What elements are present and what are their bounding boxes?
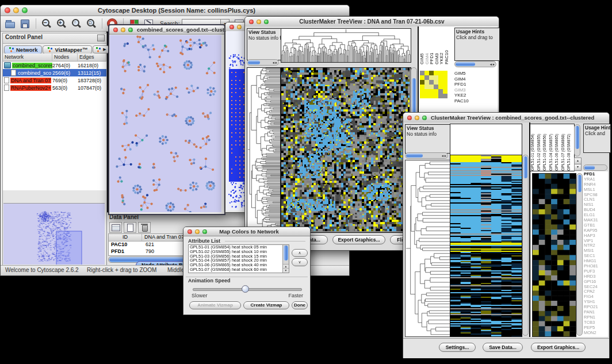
zoom-button[interactable] <box>264 20 269 24</box>
list-vscrollbar[interactable]: ▴ ▾ <box>282 245 289 273</box>
gene-label[interactable]: GIM5 <box>454 71 495 76</box>
attribute-items: GPL51-01 (GSM854) heat shock 05 minGPL51… <box>189 245 289 272</box>
strip-vscrollbar[interactable] <box>522 155 529 336</box>
minimize-button[interactable] <box>257 20 261 24</box>
col-id[interactable]: ID <box>109 234 142 241</box>
column-label[interactable]: PAC10 <box>445 28 450 64</box>
zoom-in-icon[interactable]: + <box>55 18 68 29</box>
control-panel-tab[interactable]: Network <box>4 45 42 54</box>
row-dendrogram[interactable] <box>247 67 281 232</box>
open-session-icon[interactable] <box>4 18 17 29</box>
close-button[interactable] <box>188 229 192 234</box>
scroll-down-icon[interactable]: ▾ <box>283 268 289 273</box>
column-dendrogram[interactable] <box>281 28 411 63</box>
animate-vizmap-button[interactable]: Animate Vizmap <box>189 301 241 309</box>
close-button[interactable] <box>113 28 118 32</box>
network-row[interactable]: RNAPuberNov2+ 563(0) 107847(0) <box>3 84 106 91</box>
move-up-button[interactable]: ∧ <box>292 249 308 257</box>
attribute-list-item[interactable]: GPL51-07 (GSM868) heat shock 60 min <box>189 267 289 272</box>
labels-vscrollbar[interactable] <box>574 124 580 156</box>
zoom-button[interactable] <box>128 28 133 32</box>
create-vizmap-button[interactable]: Create Vizmap <box>243 301 289 309</box>
treeview2-button[interactable]: Export Graphics... <box>531 343 586 352</box>
column-label[interactable]: GPL51-07 (GSM868) <box>560 124 567 171</box>
network-row[interactable]: combined_scores 2764(0) 16218(0) <box>3 62 106 69</box>
column-label[interactable]: GPL51-03 (GSM856) <box>542 124 548 171</box>
close-button[interactable] <box>5 7 10 13</box>
gene-label[interactable]: YKE2 <box>454 93 495 98</box>
scroll-left-icon[interactable]: ◂ <box>442 154 443 158</box>
col-nodes[interactable]: Nodes <box>52 53 78 61</box>
gene-label[interactable]: GIM4 <box>454 76 495 82</box>
treeview2-window: ClusterMaker TreeView : combined_scores_… <box>403 112 610 358</box>
minimize-button[interactable] <box>237 25 242 29</box>
hints-hscrollbar[interactable] <box>583 164 607 171</box>
scroll-right-icon[interactable]: ▸ <box>276 60 277 64</box>
zoom-button[interactable] <box>202 229 207 234</box>
gene-label[interactable]: PFD1 <box>454 82 495 87</box>
close-button[interactable] <box>407 116 412 120</box>
map-colors-dialog: Map Colors to Network Attribute List GPL… <box>183 227 311 315</box>
col-network[interactable]: Network <box>3 53 52 61</box>
status-hscrollbar[interactable]: ◂ ▸ <box>405 152 448 159</box>
control-panel-tab[interactable]: ▶ <box>93 45 109 53</box>
zoom-fit-icon[interactable]: ▫ <box>85 18 98 29</box>
speed-slider-thumb[interactable] <box>242 285 249 293</box>
usage-hints-panel: Usage Hints Click and <box>583 124 611 153</box>
scroll-left-icon[interactable]: ◂ <box>273 60 274 64</box>
gene-label[interactable]: GIM3 <box>454 87 495 93</box>
minimize-button[interactable] <box>121 28 125 32</box>
save-session-icon[interactable] <box>19 18 32 29</box>
close-button[interactable] <box>230 25 234 29</box>
treeview1-button[interactable]: Export Graphics... <box>332 235 385 244</box>
column-label[interactable]: GPL51-04 (GSM857) <box>548 124 554 171</box>
move-down-button[interactable]: ∨ <box>292 258 308 266</box>
done-button[interactable]: Done <box>292 301 308 309</box>
treeview2-button[interactable]: Save Data... <box>483 343 523 352</box>
column-label[interactable]: GPL51-08 (GSM872) <box>566 124 572 171</box>
hints-hscrollbar[interactable]: ◂ ▸ <box>454 61 496 67</box>
zoom-button[interactable] <box>422 116 427 120</box>
cluster-heatmap-strip[interactable] <box>450 155 522 337</box>
new-attribute-icon[interactable] <box>124 222 136 233</box>
row-dendrogram[interactable] <box>405 160 450 337</box>
col-edges[interactable]: Edges <box>78 53 106 61</box>
minimize-button[interactable] <box>195 229 200 234</box>
treeview2-button[interactable]: Settings... <box>439 343 476 352</box>
minimize-button[interactable] <box>13 7 19 13</box>
status-hscrollbar[interactable]: ◂ ▸ <box>247 59 279 66</box>
gene-label[interactable]: MON2 <box>584 331 608 336</box>
dialog-titlebar[interactable]: Map Colors to Network <box>183 227 310 236</box>
network-overview-thumbnail[interactable] <box>3 203 105 265</box>
control-panel-tab[interactable]: VizMapper™ <box>43 45 92 54</box>
float-panel-icon[interactable] <box>97 35 105 41</box>
status-welcome: Welcome to Cytoscape 2.6.2 <box>5 267 79 273</box>
network-row[interactable]: combined_sco 2569(6) 13112(15) <box>3 69 106 76</box>
treeview1-titlebar[interactable]: ClusterMaker TreeView : DNA and Tran 07-… <box>245 17 499 27</box>
network-graph-canvas[interactable] <box>110 35 221 212</box>
column-label[interactable]: GPL51-06 (GSM865) <box>554 124 560 171</box>
delete-attribute-icon[interactable] <box>138 222 151 233</box>
select-attributes-icon[interactable] <box>109 222 122 233</box>
zoom-out-icon[interactable]: − <box>40 18 53 29</box>
column-label[interactable]: GPL51-02 (GSM855) <box>536 124 542 171</box>
column-label[interactable]: GPL51-01 (GSM854) <box>530 124 536 171</box>
network-row[interactable]: DNA and Tran 07 769(0) 183728(0) <box>3 76 106 84</box>
gene-label[interactable]: PAC10 <box>454 98 495 104</box>
minimize-button[interactable] <box>415 116 419 120</box>
network-view-titlebar[interactable]: combined_scores_good.txt--cluste... <box>109 25 224 35</box>
mini-heatmap-cell <box>420 94 424 98</box>
scroll-right-icon[interactable]: ▸ <box>445 154 446 158</box>
zoom-selected-icon[interactable]: ◦ <box>70 18 83 29</box>
close-button[interactable] <box>249 20 254 24</box>
mini-heatmap[interactable] <box>420 71 447 98</box>
treeview2-titlebar[interactable]: ClusterMaker TreeView : combined_scores_… <box>403 113 609 123</box>
scroll-left-icon[interactable]: ◂ <box>490 62 492 66</box>
zoom-vscrollbar[interactable] <box>576 173 583 336</box>
cluster-heatmap[interactable] <box>281 68 410 231</box>
scroll-right-icon[interactable]: ▸ <box>493 62 495 66</box>
zoom-heatmap[interactable] <box>532 173 576 337</box>
zoom-button[interactable] <box>22 7 28 13</box>
scroll-down-button[interactable]: ▾ <box>574 164 582 171</box>
main-titlebar[interactable]: Cytoscape Desktop (Session Name: collins… <box>1 5 349 16</box>
